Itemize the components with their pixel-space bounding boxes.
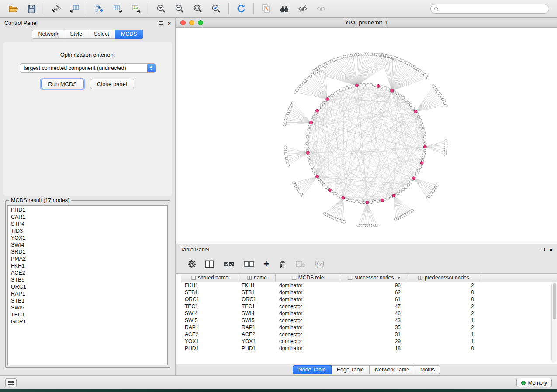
criterion-select[interactable]: largest connected component (undirected) — [20, 63, 156, 73]
tab-select[interactable]: Select — [88, 30, 115, 39]
network-titlebar: YPA_prune.txt_1 — [176, 18, 557, 28]
graphics-details-icon — [298, 3, 308, 14]
tab-mcds[interactable]: MCDS — [115, 30, 143, 39]
first-neighbors-button[interactable] — [276, 2, 293, 16]
zoom-in-button[interactable] — [152, 2, 170, 16]
table-row[interactable]: PHD1PHD1dominator180 — [181, 345, 557, 352]
table-row[interactable]: RAP1RAP1dominator352 — [181, 324, 557, 331]
mcds-result-item[interactable]: PHD1 — [8, 206, 167, 213]
mcds-result-item[interactable]: YOX1 — [8, 234, 167, 241]
mcds-result-item[interactable]: ACE2 — [8, 269, 167, 276]
deselect-all-rows-button[interactable] — [243, 258, 255, 270]
zoom-out-button[interactable] — [171, 2, 188, 16]
zoom-out-icon — [174, 3, 185, 14]
mcds-result-item[interactable]: TID3 — [8, 227, 167, 234]
close-panel-button[interactable]: Close panel — [90, 79, 134, 89]
hide-details-button[interactable] — [312, 2, 330, 16]
table-row[interactable]: STB1STB1dominator620 — [181, 289, 557, 296]
network-canvas[interactable] — [176, 28, 557, 244]
table-scrollbar[interactable] — [551, 282, 557, 363]
table-cell: 1 — [408, 338, 479, 344]
mcds-result-item[interactable]: SRD1 — [8, 248, 167, 255]
table-cell: 62 — [340, 289, 408, 296]
float-panel-icon[interactable] — [541, 248, 545, 251]
trash-icon — [278, 260, 287, 269]
tab-node-table[interactable]: Node Table — [293, 365, 332, 374]
table-row[interactable]: YOX1YOX1connector291 — [181, 338, 557, 345]
mcds-result-item[interactable]: GCR1 — [8, 318, 167, 325]
control-panel: Control Panel × NetworkStyleSelectMCDS O… — [0, 18, 176, 375]
tab-style[interactable]: Style — [64, 30, 88, 39]
export-table-button[interactable] — [109, 2, 127, 16]
show-details-button[interactable] — [294, 2, 311, 16]
table-row[interactable]: FKH1FKH1dominator962 — [181, 282, 557, 289]
create-column-button[interactable]: + — [263, 258, 269, 270]
table-cell: SWI4 — [239, 310, 276, 316]
tab-motifs[interactable]: Motifs — [415, 365, 440, 374]
mcds-result-item[interactable]: STP4 — [8, 220, 167, 227]
status-menu-button[interactable] — [5, 378, 17, 387]
tab-edge-table[interactable]: Edge Table — [332, 365, 370, 374]
column-header-successor-nodes[interactable]: successor nodes — [340, 274, 408, 282]
zoom-selected-button[interactable] — [208, 2, 225, 16]
minimize-window-icon[interactable] — [189, 20, 194, 25]
column-type-icon — [418, 276, 422, 280]
mcds-result-item[interactable]: SWI4 — [8, 241, 167, 248]
run-mcds-button[interactable]: Run MCDS — [41, 79, 84, 89]
mcds-result-item[interactable]: CAR1 — [8, 213, 167, 220]
table-row[interactable]: ORC1ORC1dominator610 — [181, 296, 557, 303]
save-session-button[interactable] — [23, 2, 40, 16]
tab-network[interactable]: Network — [32, 30, 64, 39]
column-header-name[interactable]: name — [239, 274, 276, 282]
save-icon — [27, 4, 37, 14]
status-bar: Memory — [0, 375, 557, 389]
float-panel-icon[interactable] — [159, 21, 163, 25]
delete-table-button[interactable] — [295, 258, 306, 270]
search-input[interactable] — [440, 6, 545, 12]
function-builder-button[interactable]: f(x) — [315, 258, 324, 270]
table-row[interactable]: SWI5SWI5connector431 — [181, 317, 557, 324]
tab-network-table[interactable]: Network Table — [370, 365, 415, 374]
mcds-result-item[interactable]: TEC1 — [8, 311, 167, 318]
column-header-predecessor-nodes[interactable]: predecessor nodes — [408, 274, 479, 282]
zoom-fit-button[interactable] — [189, 2, 207, 16]
mcds-result-item[interactable]: FKH1 — [8, 262, 167, 269]
mcds-result-item[interactable]: RAP1 — [8, 290, 167, 297]
memory-status-icon — [521, 381, 526, 385]
table-settings-button[interactable] — [187, 258, 196, 270]
import-network-button[interactable] — [48, 2, 65, 16]
mcds-result-item[interactable]: STB5 — [8, 276, 167, 283]
export-network-button[interactable] — [91, 2, 108, 16]
export-image-button[interactable] — [128, 2, 145, 16]
table-cell: dominator — [276, 324, 340, 330]
mcds-result-box: MCDS result (17 nodes) PHD1CAR1STP4TID3Y… — [5, 197, 170, 368]
table-cell: PHD1 — [239, 345, 276, 351]
column-header-shared-name[interactable]: shared name — [181, 274, 239, 282]
mcds-result-item[interactable]: PMA2 — [8, 255, 167, 262]
column-header-MCDS-role[interactable]: MCDS role — [276, 274, 340, 282]
refresh-button[interactable] — [232, 2, 250, 16]
mcds-result-item[interactable]: ORC1 — [8, 283, 167, 290]
table-row[interactable]: ACE2ACE2connector311 — [181, 331, 557, 338]
scrollbar-thumb[interactable] — [553, 283, 556, 319]
table-cell: 1 — [408, 317, 479, 323]
select-all-rows-button[interactable] — [223, 258, 235, 270]
show-columns-button[interactable] — [205, 258, 214, 270]
open-file-button[interactable] — [4, 2, 22, 16]
delete-column-button[interactable] — [278, 258, 287, 270]
node-table: shared namenameMCDS rolesuccessor nodesp… — [176, 273, 557, 364]
table-row[interactable]: TEC1TEC1connector472 — [181, 303, 557, 310]
close-panel-icon[interactable]: × — [549, 247, 553, 253]
column-type-icon — [348, 276, 352, 280]
mcds-result-item[interactable]: STB1 — [8, 297, 167, 304]
table-cell: 0 — [408, 296, 479, 303]
memory-button[interactable]: Memory — [516, 378, 552, 387]
clone-network-button[interactable] — [257, 2, 275, 16]
table-row[interactable]: SWI4SWI4dominator462 — [181, 310, 557, 317]
close-window-icon[interactable] — [180, 20, 186, 25]
close-panel-icon[interactable]: × — [167, 21, 171, 26]
refresh-icon — [236, 3, 246, 14]
maximize-window-icon[interactable] — [198, 20, 203, 25]
import-table-button[interactable] — [66, 2, 83, 16]
mcds-result-item[interactable]: SWI5 — [8, 304, 167, 311]
